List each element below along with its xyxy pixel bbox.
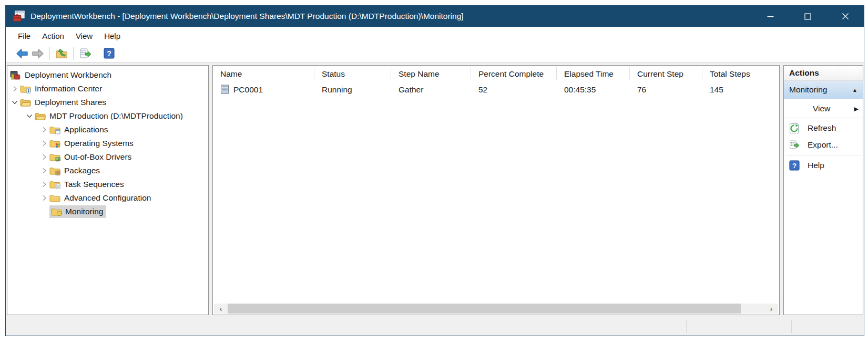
tree-item-label: Deployment Workbench <box>25 70 111 80</box>
chevron-right-icon[interactable] <box>39 153 49 161</box>
tree-item-deployment-workbench[interactable]: Deployment Workbench <box>7 68 208 82</box>
status-bar-separator <box>686 320 687 333</box>
column-header-percent-complete[interactable]: Percent Complete <box>471 66 557 82</box>
console-tree-panel: Deployment Workbench Information Center <box>7 65 209 315</box>
window-title: DeploymentWorkbench - [Deployment Workbe… <box>30 12 464 21</box>
chevron-right-icon[interactable] <box>39 194 49 202</box>
chevron-right-icon[interactable] <box>39 181 49 188</box>
minimize-button[interactable] <box>752 6 789 27</box>
chevron-down-icon[interactable] <box>24 112 35 120</box>
up-one-level-icon[interactable] <box>55 47 68 60</box>
tree-item-label: Operating Systems <box>64 138 134 149</box>
cell-name: PC0001 <box>213 82 314 97</box>
folder-os-icon <box>49 139 60 148</box>
tree-item-task-sequences[interactable]: Task Sequences <box>7 178 208 191</box>
tree-item-operating-systems[interactable]: Operating Systems <box>7 137 208 150</box>
cell-step-name: Gather <box>391 82 471 97</box>
menu-view[interactable]: View <box>70 27 98 45</box>
computer-list-icon <box>220 85 229 95</box>
window-controls <box>752 6 864 27</box>
cell-name-text: PC0001 <box>233 85 263 95</box>
refresh-icon <box>789 123 800 134</box>
menu-file[interactable]: File <box>12 27 36 45</box>
menu-bar: File Action View Help <box>6 27 864 45</box>
tree-item-label: Advanced Configuration <box>64 193 151 203</box>
horizontal-scrollbar[interactable]: ‹ › <box>214 304 778 314</box>
tree-item-out-of-box-drivers[interactable]: Out-of-Box Drivers <box>7 150 208 164</box>
toolbar-separator <box>49 47 50 60</box>
actions-separator <box>785 118 861 118</box>
action-export[interactable]: Export... <box>784 137 863 153</box>
actions-list: View ▶ Refresh <box>784 99 863 174</box>
status-bar-separator <box>791 320 792 333</box>
action-help[interactable]: ? Help <box>784 157 863 174</box>
list-header-row: Name Status Step Name Percent Complete E… <box>213 66 779 82</box>
actions-group-monitoring[interactable]: Monitoring ▲ <box>784 81 863 99</box>
chevron-right-icon[interactable] <box>9 85 20 92</box>
help-icon[interactable]: ? <box>102 47 116 60</box>
tree-item-label: Out-of-Box Drivers <box>64 152 131 162</box>
menu-action[interactable]: Action <box>36 27 70 45</box>
toolbar-separator <box>97 47 97 60</box>
results-panel: Name Status Step Name Percent Complete E… <box>212 65 780 315</box>
export-list-icon[interactable] <box>78 47 92 60</box>
tree-item-monitoring[interactable]: Monitoring <box>7 205 208 218</box>
cell-current-step: 76 <box>630 82 702 97</box>
scrollbar-track[interactable] <box>228 304 764 314</box>
tree-item-packages[interactable]: Packages <box>7 164 208 178</box>
chevron-right-icon[interactable] <box>39 140 49 147</box>
column-header-name[interactable]: Name <box>213 66 314 82</box>
scroll-left-icon[interactable]: ‹ <box>214 304 228 314</box>
chevron-right-icon[interactable] <box>39 126 49 133</box>
tree-item-information-center[interactable]: Information Center <box>7 82 208 96</box>
column-header-elapsed-time[interactable]: Elapsed Time <box>557 66 630 82</box>
content-area: Deployment Workbench Information Center <box>6 62 864 317</box>
tree-item-applications[interactable]: Applications <box>7 123 208 137</box>
tree-item-label: Monitoring <box>65 206 103 217</box>
back-icon[interactable] <box>15 47 29 60</box>
actions-pane-title: Actions <box>784 66 863 81</box>
action-label: View <box>813 104 830 113</box>
workbench-icon <box>10 70 21 80</box>
app-window: DeploymentWorkbench - [Deployment Workbe… <box>5 5 864 336</box>
maximize-button[interactable] <box>789 6 826 27</box>
column-header-status[interactable]: Status <box>314 66 391 82</box>
toolbar-separator <box>73 47 74 60</box>
column-header-total-steps[interactable]: Total Steps <box>702 66 779 82</box>
folder-drivers-icon <box>49 152 60 162</box>
scroll-right-icon[interactable]: › <box>764 304 778 314</box>
close-button[interactable] <box>826 6 864 27</box>
tree-item-mdt-production[interactable]: MDT Production (D:\MDTProduction) <box>7 109 208 123</box>
scrollbar-thumb[interactable] <box>228 304 741 314</box>
action-label: Refresh <box>808 123 836 133</box>
tree-item-deployment-shares[interactable]: Deployment Shares <box>7 96 208 109</box>
app-icon <box>12 9 26 23</box>
export-list-icon <box>789 140 800 151</box>
table-row[interactable]: PC0001 Running Gather 52 00:45:35 76 145 <box>213 82 779 97</box>
folder-info-icon <box>20 84 31 93</box>
column-header-current-step[interactable]: Current Step <box>630 66 702 82</box>
actions-panel: Actions Monitoring ▲ View ▶ <box>783 65 863 315</box>
action-refresh[interactable]: Refresh <box>784 120 863 137</box>
chevron-down-icon[interactable] <box>9 99 20 106</box>
cell-elapsed-time: 00:45:35 <box>557 82 630 97</box>
svg-text:?: ? <box>792 162 796 170</box>
tree-item-label: Packages <box>64 165 100 176</box>
action-view[interactable]: View ▶ <box>784 101 863 116</box>
menu-help[interactable]: Help <box>98 27 126 45</box>
folder-open-icon <box>35 111 46 121</box>
title-bar: DeploymentWorkbench - [Deployment Workbe… <box>6 6 864 27</box>
tree-item-label: Information Center <box>35 84 102 94</box>
chevron-right-icon[interactable] <box>39 167 49 174</box>
submenu-arrow-icon: ▶ <box>854 106 859 112</box>
tree-item-label: Applications <box>64 124 108 135</box>
tree-item-advanced-configuration[interactable]: Advanced Configuration <box>7 191 208 205</box>
collapse-icon[interactable]: ▲ <box>852 87 857 93</box>
selected-tree-item-highlight[interactable]: Monitoring <box>49 205 106 218</box>
column-header-step-name[interactable]: Step Name <box>391 66 471 82</box>
status-bar <box>6 317 864 336</box>
folder-plain-icon <box>49 193 60 203</box>
forward-icon[interactable] <box>31 47 45 60</box>
tree-item-label: Task Sequences <box>64 179 124 190</box>
cell-total-steps: 145 <box>702 82 779 97</box>
